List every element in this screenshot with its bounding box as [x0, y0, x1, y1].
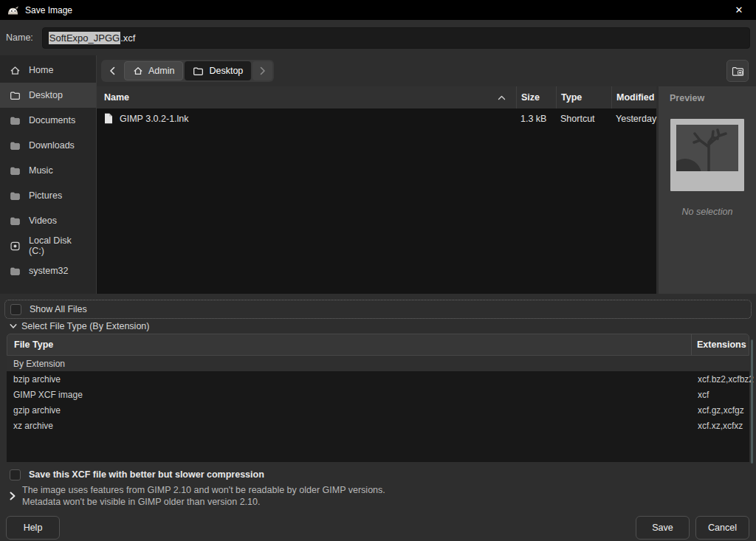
sidebar-item-home[interactable]: Home	[0, 58, 96, 83]
sidebar-item-music[interactable]: Music	[0, 158, 96, 183]
file-type-row-bzip[interactable]: bzip archive xcf.bz2,xcfbz2	[7, 371, 749, 387]
name-label: Name:	[6, 32, 33, 43]
home-icon	[10, 65, 21, 76]
back-button[interactable]	[103, 61, 123, 80]
chevron-left-icon	[109, 66, 116, 75]
save-button[interactable]: Save	[636, 516, 690, 540]
tree-illustration-icon	[676, 125, 738, 171]
folder-icon	[10, 115, 21, 126]
browser-zone: Admin Desktop	[97, 55, 756, 294]
filename-suffix-text: .xcf	[120, 32, 135, 44]
folder-icon	[10, 266, 21, 277]
home-icon	[133, 66, 143, 76]
cancel-button[interactable]: Cancel	[695, 516, 749, 540]
file-type-row-xcf[interactable]: GIMP XCF image xcf	[7, 387, 749, 402]
file-list: GIMP 3.0.2-1.lnk 1.3 kB Shortcut Yesterd…	[97, 108, 656, 294]
folder-icon	[10, 140, 21, 151]
save-image-dialog: Save Image ✕ Name: SoftExpo_JPGG .xcf Ho…	[0, 0, 756, 541]
sidebar-item-label: Pictures	[29, 190, 62, 201]
folder-icon	[193, 66, 204, 77]
column-header-extensions: Extensions	[691, 334, 749, 355]
sidebar-item-videos[interactable]: Videos	[0, 208, 96, 233]
file-browser: Name Size Type Modified GIMP 3.0.2-1.lnk	[97, 86, 656, 294]
breadcrumb: Admin Desktop	[101, 60, 274, 82]
show-all-files-label: Show All Files	[30, 304, 87, 314]
drive-icon	[10, 241, 21, 252]
sidebar-item-label: Documents	[29, 115, 75, 125]
breadcrumb-item-label: Desktop	[209, 66, 243, 76]
create-folder-button[interactable]	[726, 60, 749, 82]
browser-lower: Name Size Type Modified GIMP 3.0.2-1.lnk	[97, 86, 756, 294]
preview-title: Preview	[659, 86, 756, 103]
file-type-row-xz[interactable]: xz archive xcf.xz,xcfxz	[7, 418, 749, 433]
file-list-header: Name Size Type Modified	[97, 86, 656, 108]
file-type-list: By Extension bzip archive xcf.bz2,xcfbz2…	[7, 356, 749, 462]
sidebar-item-label: Desktop	[29, 90, 63, 100]
file-modified: Yesterday	[611, 114, 656, 124]
titlebar: Save Image ✕	[0, 0, 756, 20]
preview-empty-text: No selection	[682, 207, 733, 217]
folder-icon	[10, 190, 21, 201]
column-header-name[interactable]: Name	[97, 86, 516, 108]
file-size: 1.3 kB	[516, 114, 556, 124]
chevron-right-icon[interactable]	[10, 492, 16, 500]
sidebar-item-system32[interactable]: system32	[0, 258, 96, 283]
sidebar-item-local-disk-c[interactable]: Local Disk (C:)	[0, 233, 96, 258]
sidebar-item-downloads[interactable]: Downloads	[0, 133, 96, 158]
breadcrumb-item-desktop[interactable]: Desktop	[185, 61, 251, 80]
preview-placeholder-image	[670, 119, 744, 191]
new-folder-icon	[732, 66, 744, 77]
filename-selected-text: SoftExpo_JPGG	[49, 32, 120, 44]
compression-checkbox[interactable]	[10, 469, 21, 480]
sidebar-item-pictures[interactable]: Pictures	[0, 183, 96, 208]
options-section: Show All Files Select File Type (By Exte…	[0, 294, 756, 541]
chevron-down-icon	[10, 323, 17, 329]
file-type-table: File Type Extensions By Extension bzip a…	[7, 334, 749, 462]
places-sidebar: Home Desktop Documents Downloads Music P…	[0, 55, 97, 294]
name-row: Name: SoftExpo_JPGG .xcf	[0, 20, 756, 55]
breadcrumb-item-label: Admin	[148, 66, 174, 76]
sort-ascending-icon	[498, 95, 506, 100]
dialog-actions: Help Save Cancel	[3, 508, 753, 540]
compression-row: Save this XCF file with better but slowe…	[3, 467, 753, 482]
file-type-row-gzip[interactable]: gzip archive xcf.gz,xcfgz	[7, 402, 749, 418]
close-icon[interactable]: ✕	[729, 4, 749, 15]
sidebar-item-label: Local Disk (C:)	[29, 235, 86, 256]
column-header-modified[interactable]: Modified	[611, 86, 656, 108]
file-type-expander[interactable]: Select File Type (By Extension)	[3, 319, 753, 334]
warning-text: The image uses features from GIMP 2.10 a…	[22, 484, 385, 508]
show-all-files-checkbox[interactable]	[10, 304, 21, 315]
show-all-files-row: Show All Files	[4, 300, 752, 319]
folder-icon	[10, 90, 21, 101]
sidebar-item-label: Downloads	[29, 140, 75, 151]
sidebar-item-label: Home	[29, 65, 53, 75]
breadcrumb-item-admin[interactable]: Admin	[124, 61, 183, 80]
column-header-size[interactable]: Size	[516, 86, 556, 108]
forward-button[interactable]	[252, 61, 272, 80]
preview-panel: Preview No selection	[659, 86, 756, 294]
warning-row: The image uses features from GIMP 2.10 a…	[3, 482, 753, 508]
sidebar-item-desktop[interactable]: Desktop	[0, 83, 96, 108]
vertical-scrollbar[interactable]	[751, 340, 753, 464]
file-type-expander-label: Select File Type (By Extension)	[21, 321, 149, 331]
column-header-type[interactable]: Type	[556, 86, 611, 108]
file-type-table-header: File Type Extensions	[7, 334, 749, 356]
sidebar-item-label: Videos	[29, 216, 57, 226]
help-button[interactable]: Help	[6, 516, 60, 540]
file-type-row-by-extension[interactable]: By Extension	[7, 356, 749, 371]
sidebar-item-documents[interactable]: Documents	[0, 108, 96, 133]
main-area: Home Desktop Documents Downloads Music P…	[0, 55, 756, 294]
file-row[interactable]: GIMP 3.0.2-1.lnk 1.3 kB Shortcut Yesterd…	[97, 108, 656, 128]
folder-icon	[10, 216, 21, 227]
sidebar-item-label: Music	[29, 165, 53, 176]
compression-label: Save this XCF file with better but slowe…	[29, 469, 264, 480]
window-title: Save Image	[25, 5, 72, 15]
path-toolbar: Admin Desktop	[97, 55, 756, 86]
filename-input[interactable]: SoftExpo_JPGG .xcf	[42, 27, 750, 49]
folder-icon	[10, 165, 21, 176]
gimp-wilber-icon	[7, 5, 19, 15]
file-icon	[104, 113, 113, 124]
sidebar-item-label: system32	[29, 266, 69, 276]
column-header-file-type: File Type	[7, 334, 691, 355]
file-type: Shortcut	[556, 114, 611, 124]
